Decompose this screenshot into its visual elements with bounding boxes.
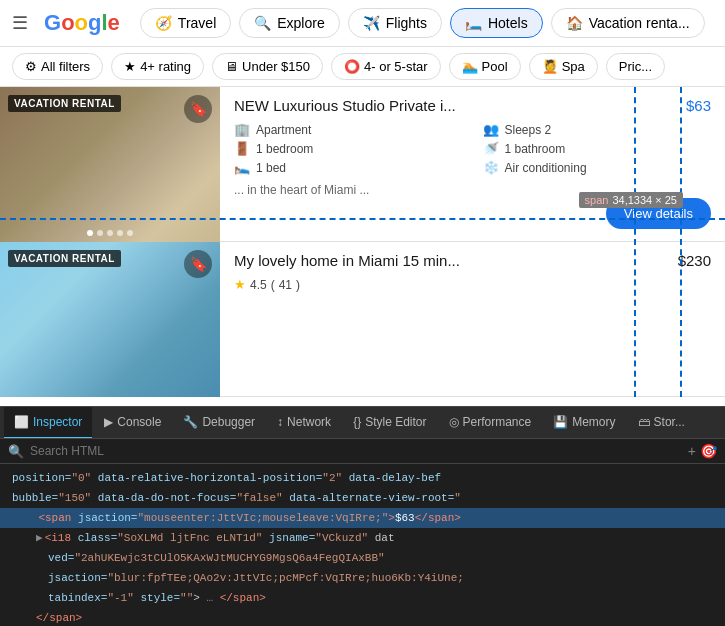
filter-price2-label: Pric... [619, 59, 652, 74]
nav-explore[interactable]: 🔍 Explore [239, 8, 339, 38]
apartment-icon: 🏢 [234, 122, 250, 137]
rating-row-2: ★ 4.5 (41) [234, 277, 711, 292]
tooltip-tag: span [585, 194, 609, 206]
attr-bed: 🛌 1 bed [234, 160, 463, 175]
filter-rating-label: 4+ rating [140, 59, 191, 74]
listing-price-2: $230 [678, 252, 711, 269]
price-icon: 🖥 [225, 59, 238, 74]
tab-console[interactable]: ▶ Console [94, 407, 171, 439]
tab-performance-label: Performance [463, 415, 532, 429]
sleeps-icon: 👥 [483, 122, 499, 137]
dot-1 [87, 230, 93, 236]
filter-all-filters-label: All filters [41, 59, 90, 74]
code-line-4: ved="2ahUKEwjc3tCUlO5KAxWJtMUCHYG9MgsQ6a… [0, 548, 725, 568]
tab-inspector[interactable]: ⬜ Inspector [4, 407, 92, 439]
code-line-7: </span> [0, 608, 725, 626]
tab-storage-label: Stor... [654, 415, 685, 429]
filter-price[interactable]: 🖥 Under $150 [212, 53, 323, 80]
nav-vacation-label: Vacation renta... [589, 15, 690, 31]
search-actions: + 🎯 [688, 443, 717, 459]
tab-memory[interactable]: 💾 Memory [543, 407, 625, 439]
network-icon: ↕ [277, 415, 283, 429]
listing-info-2: My lovely home in Miami 15 min... $230 ★… [220, 242, 725, 396]
filter-spa[interactable]: 💆 Spa [529, 53, 598, 80]
image-dots-1 [87, 230, 133, 236]
tooltip-dimensions: 34,1334 × 25 [612, 194, 677, 206]
tab-console-label: Console [117, 415, 161, 429]
vacation-badge-2: VACATION RENTAL [8, 250, 121, 267]
tab-memory-label: Memory [572, 415, 615, 429]
filter-stars-label: 4- or 5-star [364, 59, 428, 74]
nav-vacation[interactable]: 🏠 Vacation renta... [551, 8, 705, 38]
search-icon: 🔍 [8, 444, 24, 459]
filter-pool[interactable]: 🏊 Pool [449, 53, 521, 80]
filter-all-filters[interactable]: ⚙ All filters [12, 53, 103, 80]
save-button-2[interactable]: 🔖 [184, 250, 212, 278]
code-line-5: jsaction="blur:fpfTEe;QAo2v:JttVIc;pcMPc… [0, 568, 725, 588]
flights-icon: ✈️ [363, 15, 380, 31]
rating-count: 41 [279, 278, 292, 292]
star-icon: ★ [234, 277, 246, 292]
tab-style-editor-label: Style Editor [365, 415, 426, 429]
filter-price-label: Under $150 [242, 59, 310, 74]
code-area: position="0" data-relative-horizontal-po… [0, 464, 725, 626]
ac-icon: ❄️ [483, 160, 499, 175]
attr-type: 🏢 Apartment [234, 122, 463, 137]
code-line-selected[interactable]: <span jsaction="mouseenter:JttVIc;mousel… [0, 508, 725, 528]
tab-network-label: Network [287, 415, 331, 429]
listing-title-1: NEW Luxurious Studio Private i... [234, 97, 711, 114]
bathroom-icon: 🚿 [483, 141, 499, 156]
nav-explore-label: Explore [277, 15, 324, 31]
save-button-1[interactable]: 🔖 [184, 95, 212, 123]
rating-value: 4.5 [250, 278, 267, 292]
filter-pool-label: Pool [482, 59, 508, 74]
code-line-6: tabindex="-1" style=""> … </span> [0, 588, 725, 608]
attr-type-label: Apartment [256, 123, 311, 137]
devtools-panel: ⬜ Inspector ▶ Console 🔧 Debugger ↕ Netwo… [0, 406, 725, 626]
code-line-1: bubble="150" data-da-do-not-focus="false… [0, 488, 725, 508]
dot-2 [97, 230, 103, 236]
memory-icon: 💾 [553, 415, 568, 429]
attr-bed-label: 1 bed [256, 161, 286, 175]
tab-network[interactable]: ↕ Network [267, 407, 341, 439]
filter-rating[interactable]: ★ 4+ rating [111, 53, 204, 80]
tab-performance[interactable]: ◎ Performance [439, 407, 542, 439]
dot-4 [117, 230, 123, 236]
search-input[interactable] [30, 444, 682, 458]
spa-icon: 💆 [542, 59, 558, 74]
debugger-icon: 🔧 [183, 415, 198, 429]
tab-storage[interactable]: 🗃 Stor... [628, 407, 695, 439]
tab-inspector-label: Inspector [33, 415, 82, 429]
listing-card-2: VACATION RENTAL 🔖 My lovely home in Miam… [0, 242, 725, 397]
span-tooltip: span 34,1334 × 25 [579, 192, 683, 208]
pool-icon: 🏊 [462, 59, 478, 74]
listing-title-2: My lovely home in Miami 15 min... [234, 252, 711, 269]
filter-stars[interactable]: ⭕ 4- or 5-star [331, 53, 441, 80]
selection-line-v1 [634, 87, 636, 397]
pick-icon[interactable]: 🎯 [700, 443, 717, 459]
rating-open-paren: ( [271, 278, 275, 292]
nav-flights[interactable]: ✈️ Flights [348, 8, 442, 38]
tab-debugger[interactable]: 🔧 Debugger [173, 407, 265, 439]
nav-travel[interactable]: 🧭 Travel [140, 8, 231, 38]
tab-style-editor[interactable]: {} Style Editor [343, 407, 436, 439]
add-icon[interactable]: + [688, 443, 696, 459]
listing-price-1: $63 [686, 97, 711, 114]
selection-line-v2 [680, 87, 682, 397]
nav-hotels[interactable]: 🛏️ Hotels [450, 8, 543, 38]
listing-image-2: VACATION RENTAL 🔖 [0, 242, 220, 397]
google-logo: Google [44, 10, 120, 36]
attr-sleeps: 👥 Sleeps 2 [483, 122, 712, 137]
dot-3 [107, 230, 113, 236]
hamburger-icon[interactable]: ☰ [12, 12, 28, 34]
attr-bathroom: 🚿 1 bathroom [483, 141, 712, 156]
performance-icon: ◎ [449, 415, 459, 429]
hotels-icon: 🛏️ [465, 15, 482, 31]
filters-bar: ⚙ All filters ★ 4+ rating 🖥 Under $150 ⭕… [0, 47, 725, 87]
filter-price2[interactable]: Pric... [606, 53, 665, 80]
bed-icon: 🛌 [234, 160, 250, 175]
nav-flights-label: Flights [386, 15, 427, 31]
style-editor-icon: {} [353, 415, 361, 429]
explore-icon: 🔍 [254, 15, 271, 31]
stars-icon: ⭕ [344, 59, 360, 74]
